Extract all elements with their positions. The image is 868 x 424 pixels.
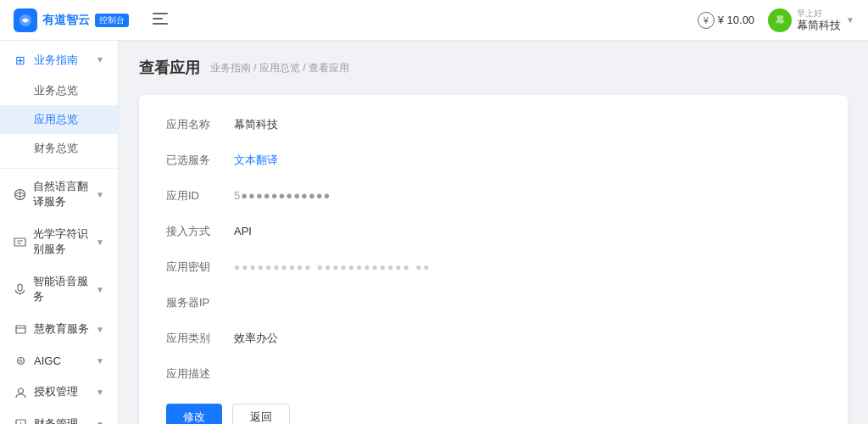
ocr-icon xyxy=(14,235,26,248)
value-app-id: 5●●●●●●●●●●●● xyxy=(234,187,331,205)
form-row-app-id: 应用ID 5●●●●●●●●●●●● xyxy=(166,187,821,205)
form-row-app-desc: 应用描述 xyxy=(166,365,821,383)
sidebar-item-nlp[interactable]: 自然语言翻译服务 ▼ xyxy=(0,170,118,218)
sidebar-item-business-overview[interactable]: 业务总览 xyxy=(0,76,118,105)
arrow-down-icon-aigc: ▼ xyxy=(96,356,104,365)
nlp-icon xyxy=(14,187,26,201)
sidebar-label-nlp: 自然语言翻译服务 xyxy=(33,179,96,209)
form-row-access-method: 接入方式 API xyxy=(166,222,821,241)
svg-rect-3 xyxy=(153,23,168,25)
breadcrumb: 业务指南 / 应用总览 / 查看应用 xyxy=(210,61,349,75)
sidebar-label-business: 业务指南 xyxy=(34,53,78,68)
divider-1 xyxy=(0,168,118,169)
label-app-category: 应用类别 xyxy=(166,329,234,348)
label-app-name: 应用名称 xyxy=(166,115,234,134)
logo-badge: 控制台 xyxy=(95,14,129,27)
sidebar-item-finance-mgmt[interactable]: 财务管理 ▼ xyxy=(0,408,118,424)
sidebar-label-aigc: AIGC xyxy=(34,354,61,367)
arrow-down-icon-edu: ▼ xyxy=(96,325,104,334)
value-service[interactable]: 文本翻译 xyxy=(234,151,278,170)
form-row-app-key: 应用密钥 ●●●●●●●●●● ●●●●●●●●●●●● ●● xyxy=(166,258,821,276)
chevron-down-icon: ▼ xyxy=(846,15,854,25)
label-service: 已选服务 xyxy=(166,151,234,170)
sidebar-item-auth[interactable]: 授权管理 ▼ xyxy=(0,376,118,408)
label-app-id: 应用ID xyxy=(166,187,234,205)
arrow-up-icon: ▲ xyxy=(96,56,104,65)
user-name: 幕简科技 xyxy=(797,19,841,32)
label-app-key: 应用密钥 xyxy=(166,258,234,276)
value-app-name: 幕简科技 xyxy=(234,115,278,134)
form-row-service: 已选服务 文本翻译 xyxy=(166,151,821,170)
sidebar-label-ocr: 光学字符识别服务 xyxy=(33,226,96,257)
button-row: 修改 返回 xyxy=(166,404,821,424)
arrow-down-icon-speech: ▼ xyxy=(96,285,104,294)
svg-rect-6 xyxy=(14,238,25,246)
sidebar-item-edu[interactable]: 慧教育服务 ▼ xyxy=(0,313,118,345)
edu-icon xyxy=(14,322,27,336)
detail-card: 应用名称 幕简科技 已选服务 文本翻译 应用ID 5●●●●●●●●●●●● 接… xyxy=(139,95,848,424)
sidebar-item-aigc[interactable]: AIGC ▼ xyxy=(0,345,118,376)
header-left: 有道智云 控制台 xyxy=(14,8,168,32)
sidebar-section-business: ⊞ 业务指南 ▲ 业务总览 应用总览 财务总览 xyxy=(0,41,118,166)
edit-button[interactable]: 修改 xyxy=(166,404,222,424)
sidebar-item-app-overview[interactable]: 应用总览 xyxy=(0,105,118,134)
sidebar-label-edu: 慧教育服务 xyxy=(34,321,89,337)
auth-icon xyxy=(14,385,27,399)
svg-point-14 xyxy=(18,388,23,393)
page-header: 查看应用 业务指南 / 应用总览 / 查看应用 xyxy=(139,58,848,78)
label-app-desc: 应用描述 xyxy=(166,365,234,383)
sidebar-item-finance-overview[interactable]: 财务总览 xyxy=(0,134,118,163)
balance-icon: ¥ xyxy=(698,12,715,29)
logo-icon xyxy=(14,8,37,32)
back-button[interactable]: 返回 xyxy=(232,404,290,424)
page-title: 查看应用 xyxy=(139,58,200,78)
svg-rect-2 xyxy=(153,18,163,20)
sidebar-label-speech: 智能语音服务 xyxy=(33,274,96,304)
label-server-ip: 服务器IP xyxy=(166,293,234,312)
business-icon: ⊞ xyxy=(14,53,27,67)
arrow-down-icon-ocr: ▼ xyxy=(96,237,104,247)
header-right: ¥ ¥ 10.00 幕 早上好 幕简科技 ▼ xyxy=(698,8,854,32)
label-access-method: 接入方式 xyxy=(166,222,234,241)
value-app-key: ●●●●●●●●●● ●●●●●●●●●●●● ●● xyxy=(234,258,431,276)
content-area: 查看应用 业务指南 / 应用总览 / 查看应用 应用名称 幕简科技 已选服务 文… xyxy=(119,41,868,424)
svg-rect-1 xyxy=(153,13,168,14)
form-row-app-category: 应用类别 效率办公 xyxy=(166,329,821,348)
sidebar-label-finance-mgmt: 财务管理 xyxy=(34,416,78,424)
sidebar: ⊞ 业务指南 ▲ 业务总览 应用总览 财务总览 自然语言翻译服务 ▼ xyxy=(0,41,119,424)
speech-icon xyxy=(14,282,26,296)
form-row-server-ip: 服务器IP xyxy=(166,293,821,312)
main-layout: ⊞ 业务指南 ▲ 业务总览 应用总览 财务总览 自然语言翻译服务 ▼ xyxy=(0,41,868,424)
form-row-app-name: 应用名称 幕简科技 xyxy=(166,115,821,134)
arrow-down-icon-finance: ▼ xyxy=(96,420,104,425)
avatar: 幕 xyxy=(768,8,792,32)
svg-rect-11 xyxy=(16,326,25,333)
svg-rect-9 xyxy=(18,284,22,291)
balance-amount: ¥ 10.00 xyxy=(718,14,754,26)
logo-text: 有道智云 xyxy=(42,13,90,28)
value-access-method: API xyxy=(234,222,252,241)
value-app-category: 效率办公 xyxy=(234,329,278,348)
arrow-down-icon-auth: ▼ xyxy=(96,388,104,397)
finance-mgmt-icon xyxy=(14,417,27,424)
arrow-down-icon-nlp: ▼ xyxy=(96,190,104,199)
sidebar-item-business[interactable]: ⊞ 业务指南 ▲ xyxy=(0,44,118,76)
sidebar-label-auth: 授权管理 xyxy=(34,384,78,399)
aigc-icon xyxy=(14,354,27,367)
sub-menu-business: 业务总览 应用总览 财务总览 xyxy=(0,76,118,163)
balance: ¥ ¥ 10.00 xyxy=(698,12,754,29)
logo: 有道智云 控制台 xyxy=(14,8,129,32)
header: 有道智云 控制台 ¥ ¥ 10.00 幕 早上好 幕简科技 ▼ xyxy=(0,0,868,41)
sidebar-item-ocr[interactable]: 光学字符识别服务 ▼ xyxy=(0,218,118,265)
sidebar-item-speech[interactable]: 智能语音服务 ▼ xyxy=(0,265,118,313)
user-info[interactable]: 幕 早上好 幕简科技 ▼ xyxy=(768,8,854,32)
menu-icon[interactable] xyxy=(153,11,168,29)
greeting: 早上好 xyxy=(797,8,841,19)
